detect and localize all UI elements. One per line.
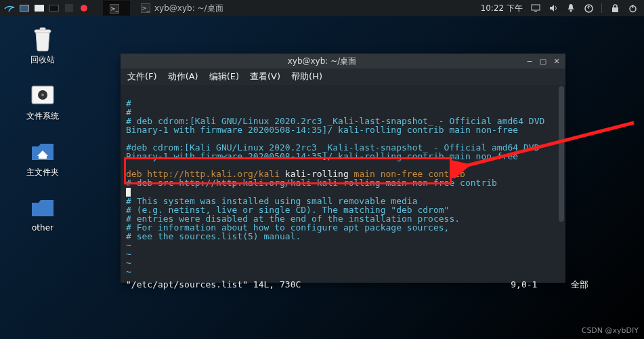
watermark: CSDN @xybDIY	[582, 326, 639, 335]
menu-edit[interactable]: 编辑(E)	[209, 71, 239, 83]
close-button[interactable]: ✕	[551, 56, 563, 66]
svg-rect-8	[40, 28, 45, 30]
annotation-highlight-box	[124, 157, 452, 184]
svg-rect-1	[534, 11, 537, 12]
taskbar-min-title: xyb@xyb: ~/桌面	[154, 3, 223, 14]
filesystem-label: 文件系统	[26, 111, 59, 122]
kali-menu-icon[interactable]	[3, 2, 16, 14]
taskbar-active-window[interactable]: >_	[103, 1, 130, 16]
filesystem-icon[interactable]: 文件系统	[19, 83, 66, 122]
taskbar-min-window[interactable]: >_ xyb@xyb: ~/桌面	[135, 1, 229, 15]
svg-point-11	[41, 94, 44, 96]
desktop-icons: 回收站 文件系统 主文件夹 other	[19, 27, 66, 250]
minimize-button[interactable]: ─	[523, 56, 536, 66]
updates-icon[interactable]	[584, 3, 593, 13]
record-icon[interactable]	[77, 2, 91, 14]
window-titlebar[interactable]: xyb@xyb: ~/桌面 ─ ▢ ✕	[121, 54, 565, 68]
tilde: ~	[126, 266, 131, 277]
window-menu: 文件(F) 动作(A) 编辑(E) 查看(V) 帮助(H)	[121, 68, 565, 85]
other-label: other	[32, 223, 53, 233]
editor-icon[interactable]	[62, 2, 76, 14]
notification-icon[interactable]	[566, 3, 576, 13]
svg-point-2	[570, 10, 572, 12]
terminal-icon[interactable]	[47, 2, 61, 14]
svg-rect-0	[532, 5, 540, 10]
clock[interactable]: 10:22 下午	[481, 3, 523, 14]
svg-rect-7	[35, 30, 51, 33]
home-folder-icon[interactable]: 主文件夹	[19, 140, 66, 178]
lock-icon[interactable]	[610, 3, 620, 13]
files-icon[interactable]	[33, 2, 46, 14]
menu-view[interactable]: 查看(V)	[250, 71, 280, 83]
svg-line-12	[465, 123, 634, 166]
svg-rect-4	[612, 7, 618, 12]
home-label: 主文件夹	[26, 167, 59, 178]
menu-action[interactable]: 动作(A)	[168, 71, 198, 83]
display-icon[interactable]	[531, 3, 540, 13]
annotation-arrow	[451, 117, 641, 178]
terminal-small-icon: >_	[141, 3, 150, 13]
line: # see the sources.list(5) manual.	[126, 231, 301, 241]
show-desktop-icon[interactable]	[18, 2, 31, 14]
menu-file[interactable]: 文件(F)	[127, 71, 157, 83]
tray-divider	[601, 3, 602, 13]
top-panel: >_ >_ xyb@xyb: ~/桌面 10:22 下午	[0, 0, 644, 16]
other-folder-icon[interactable]: other	[19, 196, 66, 233]
maximize-button[interactable]: ▢	[537, 56, 549, 66]
window-title: xyb@xyb: ~/桌面	[121, 56, 523, 67]
terminal-small-icon: >_	[110, 4, 119, 14]
trash-icon[interactable]: 回收站	[19, 27, 66, 66]
panel-launchers	[0, 2, 91, 14]
panel-tray: 10:22 下午	[481, 3, 644, 14]
power-icon[interactable]	[628, 3, 637, 13]
trash-label: 回收站	[30, 54, 55, 66]
vim-status-line: "/etc/apt/sources.list" 14L, 730C9,0-1全部	[126, 280, 556, 289]
volume-icon[interactable]	[549, 3, 558, 13]
menu-help[interactable]: 帮助(H)	[291, 71, 322, 83]
